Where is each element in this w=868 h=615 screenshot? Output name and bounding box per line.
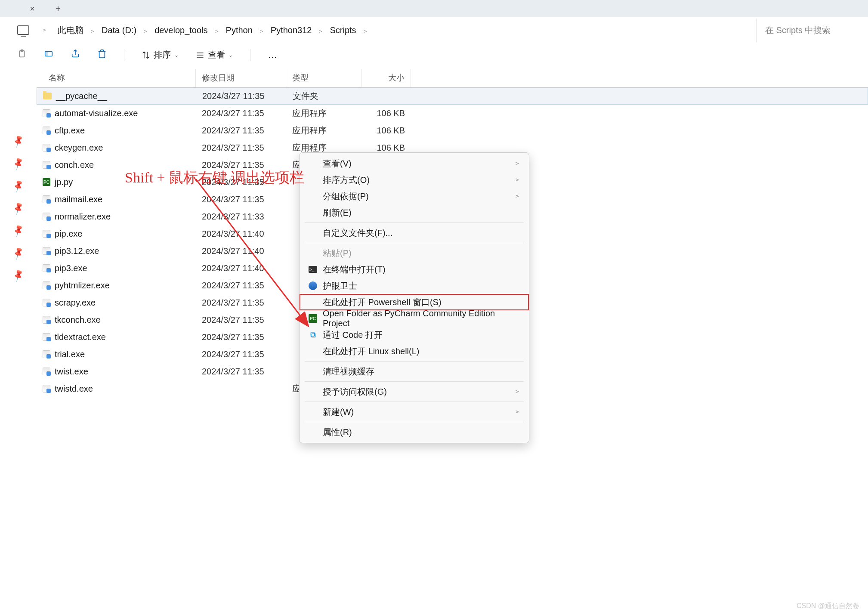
breadcrumb-item[interactable]: 此电脑	[55, 24, 86, 37]
context-menu-item[interactable]: 清理视频缓存	[300, 363, 529, 380]
menu-item-label: 在此处打开 Linux shell(L)	[323, 346, 520, 357]
exe-file-icon	[43, 333, 50, 341]
new-tab-button[interactable]: +	[52, 4, 65, 14]
watermark: CSDN @通信自然卷	[797, 602, 859, 611]
chevron-right-icon[interactable]: ＞	[255, 28, 268, 34]
column-headers: 名称 修改日期 类型 大小	[37, 69, 868, 87]
file-name: twist.exe	[55, 367, 88, 377]
chevron-right-icon[interactable]: ＞	[86, 28, 99, 34]
rename-icon[interactable]	[44, 49, 53, 61]
menu-item-label: 授予访问权限(G)	[323, 386, 514, 398]
file-name: pip3.exe	[55, 263, 87, 273]
context-menu-item[interactable]: 分组依据(P)＞	[300, 188, 529, 204]
file-type: 应用程序	[286, 108, 361, 119]
exe-file-icon	[43, 161, 50, 169]
svg-rect-2	[45, 52, 53, 56]
pin-icon[interactable]: 📌	[11, 268, 26, 282]
file-name: pip.exe	[55, 229, 83, 239]
file-row[interactable]: cftp.exe2024/3/27 11:35应用程序106 KB	[37, 122, 868, 139]
context-menu-item[interactable]: 自定义文件夹(F)...	[300, 225, 529, 241]
menu-item-label: 在终端中打开(T)	[323, 264, 520, 275]
view-button[interactable]: 查看 ⌄	[196, 49, 233, 61]
menu-item-label: 通过 Code 打开	[323, 329, 520, 341]
annotation-arrow	[196, 179, 316, 334]
file-name: mailmail.exe	[55, 195, 102, 204]
exe-file-icon	[43, 299, 50, 306]
pin-icon[interactable]: 📌	[11, 156, 26, 170]
chevron-right-icon: ＞	[514, 388, 520, 396]
exe-file-icon	[43, 127, 50, 134]
breadcrumb-item[interactable]: Scripts	[327, 24, 358, 37]
svg-line-8	[196, 179, 308, 325]
address-bar: ＞ 此电脑＞Data (D:)＞develop_tools＞Python＞Pyt…	[0, 17, 868, 43]
chevron-right-icon[interactable]: ＞	[210, 28, 223, 34]
breadcrumb-item[interactable]: Python	[223, 24, 255, 37]
file-size: 106 KB	[361, 126, 411, 136]
pin-icon[interactable]: 📌	[11, 134, 26, 148]
file-name: __pycache__	[56, 91, 107, 101]
file-name: scrapy.exe	[55, 298, 96, 308]
paste-icon[interactable]	[17, 49, 27, 61]
file-date: 2024/3/27 11:35	[196, 143, 286, 153]
file-date: 2024/3/27 11:35	[196, 349, 286, 359]
context-menu-item[interactable]: 授予访问权限(G)＞	[300, 383, 529, 400]
context-menu-item[interactable]: 属性(R)	[300, 424, 529, 440]
sort-button[interactable]: 排序 ⌄	[142, 49, 179, 61]
context-menu-item[interactable]: 新建(W)＞	[300, 404, 529, 420]
chevron-down-icon: ⌄	[229, 52, 233, 58]
menu-item-label: 清理视频缓存	[323, 366, 520, 377]
context-menu-item[interactable]: 查看(V)＞	[300, 155, 529, 172]
chevron-right-icon[interactable]: ＞	[38, 26, 51, 34]
exe-file-icon	[43, 144, 50, 151]
context-menu-item[interactable]: >_在终端中打开(T)	[300, 261, 529, 278]
pin-icon[interactable]: 📌	[11, 179, 26, 193]
more-button[interactable]: …	[268, 49, 278, 61]
context-menu-item: 粘贴(P)	[300, 245, 529, 261]
exe-file-icon	[43, 281, 50, 289]
exe-file-icon	[43, 264, 50, 272]
file-name: twistd.exe	[55, 384, 93, 394]
menu-item-label: 分组依据(P)	[323, 191, 514, 202]
breadcrumb-item[interactable]: develop_tools	[152, 24, 210, 37]
breadcrumb-item[interactable]: Data (D:)	[99, 24, 139, 37]
menu-item-label: 查看(V)	[323, 158, 514, 170]
tab-bar: × +	[0, 0, 868, 17]
file-type: 文件夹	[287, 90, 362, 102]
view-label: 查看	[208, 49, 225, 61]
pin-icon[interactable]: 📌	[11, 246, 26, 260]
breadcrumb-item[interactable]: Python312	[268, 24, 315, 37]
search-input[interactable]: 在 Scripts 中搜索	[756, 19, 851, 42]
context-menu-item[interactable]: 在此处打开 Powershell 窗口(S)	[300, 294, 529, 310]
column-type[interactable]: 类型	[286, 69, 361, 87]
chevron-right-icon[interactable]: ＞	[139, 28, 152, 34]
file-date: 2024/3/27 11:35	[196, 91, 287, 101]
exe-file-icon	[43, 316, 50, 324]
exe-file-icon	[43, 195, 50, 203]
close-tab-button[interactable]: ×	[26, 4, 39, 14]
context-menu-item[interactable]: 护眼卫士	[300, 278, 529, 294]
pin-icon[interactable]: 📌	[11, 223, 26, 238]
exe-file-icon	[43, 213, 50, 220]
column-date[interactable]: 修改日期	[196, 69, 286, 87]
context-menu-item[interactable]: PCOpen Folder as PyCharm Community Editi…	[300, 310, 529, 327]
column-size[interactable]: 大小	[361, 69, 411, 87]
chevron-right-icon[interactable]: ＞	[314, 28, 327, 34]
menu-item-label: 新建(W)	[323, 406, 514, 418]
file-name: jp.py	[55, 177, 73, 187]
context-menu-item[interactable]: ⧉通过 Code 打开	[300, 327, 529, 343]
context-menu-item[interactable]: 刷新(E)	[300, 204, 529, 221]
context-menu-item[interactable]: 在此处打开 Linux shell(L)	[300, 343, 529, 359]
pin-icon[interactable]: 📌	[11, 201, 26, 215]
column-name[interactable]: 名称	[37, 69, 196, 87]
file-row[interactable]: automat-visualize.exe2024/3/27 11:35应用程序…	[37, 105, 868, 122]
exe-file-icon	[43, 385, 50, 392]
sort-label: 排序	[154, 49, 171, 61]
share-icon[interactable]	[71, 49, 80, 61]
chevron-right-icon: ＞	[514, 408, 520, 416]
menu-item-label: 护眼卫士	[323, 280, 520, 292]
file-row[interactable]: __pycache__2024/3/27 11:35文件夹	[37, 87, 868, 105]
file-date: 2024/3/27 11:35	[196, 108, 286, 118]
delete-icon[interactable]	[97, 49, 107, 61]
chevron-right-icon[interactable]: ＞	[359, 28, 372, 34]
context-menu-item[interactable]: 排序方式(O)＞	[300, 172, 529, 188]
